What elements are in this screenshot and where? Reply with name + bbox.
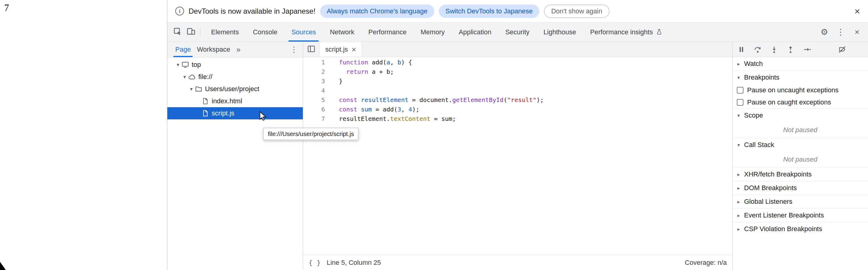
editor-tab-close-icon[interactable]: × (352, 46, 356, 54)
tree-item-index-html[interactable]: index.html (167, 95, 303, 107)
expander-right-icon: ▸ (736, 199, 742, 205)
gutter-line-number[interactable]: 1 (303, 58, 327, 67)
code-line: 6const sum = add(3, 4); (303, 105, 732, 114)
section-label: Global Listeners (744, 198, 793, 206)
code-line-text[interactable]: const resultElement = document.getElemen… (327, 95, 544, 105)
section-header-scope[interactable]: ▾Scope (733, 109, 868, 122)
tree-item-label: top (192, 61, 201, 69)
editor-tab-script-js[interactable]: script.js × (319, 42, 362, 57)
section-header-watch[interactable]: ▸Watch (733, 57, 868, 70)
gutter-line-number[interactable]: 3 (303, 77, 327, 86)
checkbox[interactable] (737, 99, 743, 106)
toggle-navigator-button[interactable] (303, 42, 319, 57)
tab-sources[interactable]: Sources (284, 23, 323, 41)
tab-label: Elements (211, 28, 239, 36)
section-header-call-stack[interactable]: ▾Call Stack (733, 138, 868, 152)
tab-label: Security (505, 28, 529, 36)
tab-elements[interactable]: Elements (204, 23, 246, 41)
section-watch: ▸Watch (733, 57, 868, 70)
tab-console[interactable]: Console (246, 23, 285, 41)
tree-item-label: Users/user/project (205, 85, 259, 93)
section-dom-breakpoints: ▸DOM Breakpoints (733, 181, 868, 195)
mouse-cursor (259, 111, 267, 121)
expander-down-icon[interactable]: ▾ (188, 86, 195, 92)
tab-network[interactable]: Network (323, 23, 362, 41)
more-tabs-button[interactable]: » (233, 45, 244, 54)
code-editor[interactable]: 1function add(a, b) {2 return a + b;3}45… (303, 57, 732, 255)
tab-performance-insights[interactable]: Performance insights (583, 23, 670, 41)
device-toolbar-button[interactable] (184, 26, 198, 39)
infobar-button-don-t-show-again[interactable]: Don't show again (544, 5, 610, 18)
section-header-xhr-fetch-breakpoints[interactable]: ▸XHR/fetch Breakpoints (733, 168, 868, 181)
inspect-element-button[interactable] (171, 26, 184, 39)
tree-item-label: script.js (212, 109, 235, 117)
gutter-line-number[interactable]: 7 (303, 114, 327, 124)
kebab-menu-button[interactable]: ⋮ (834, 26, 847, 39)
expander-down-icon: ▾ (736, 75, 742, 81)
gutter-line-number[interactable]: 5 (303, 95, 327, 105)
infobar-button-switch-devtools-to-japanese[interactable]: Switch DevTools to Japanese (439, 5, 539, 18)
section-label: Call Stack (744, 141, 774, 149)
code-line-text[interactable]: resultElement.textContent = sum; (327, 114, 456, 124)
code-line-text[interactable] (327, 86, 339, 95)
devtools-close-button[interactable]: × (850, 26, 864, 39)
section-label: Scope (744, 112, 763, 119)
gutter-line-number[interactable]: 6 (303, 105, 327, 114)
tab-security[interactable]: Security (498, 23, 536, 41)
tree-item-users-user-project[interactable]: ▾Users/user/project (167, 83, 303, 95)
expander-down-icon[interactable]: ▾ (181, 74, 188, 80)
sources-panel: PageWorkspace » ⋮ ▾top▾file://▾Users/use… (167, 42, 868, 270)
section-header-dom-breakpoints[interactable]: ▸DOM Breakpoints (733, 181, 868, 195)
info-icon: i (175, 7, 184, 16)
tab-application[interactable]: Application (452, 23, 498, 41)
coverage-text: Coverage: n/a (685, 259, 727, 267)
gutter-line-number[interactable]: 2 (303, 67, 327, 77)
tree-item-script-js[interactable]: script.js (167, 107, 303, 119)
step-out-icon[interactable] (786, 45, 795, 54)
section-label: Watch (744, 60, 763, 68)
navigator-tab-workspace[interactable]: Workspace (194, 42, 233, 57)
section-header-breakpoints[interactable]: ▾Breakpoints (733, 71, 868, 84)
step-icon[interactable] (802, 45, 811, 54)
step-into-icon[interactable] (770, 45, 779, 54)
tab-performance[interactable]: Performance (362, 23, 414, 41)
expander-right-icon: ▸ (736, 172, 742, 177)
settings-gear-button[interactable]: ⚙ (817, 26, 831, 39)
navigator-tab-page[interactable]: Page (172, 42, 194, 57)
navigator-menu-button[interactable]: ⋮ (289, 45, 299, 54)
code-line-text[interactable]: return a + b; (327, 67, 394, 77)
info-glyph: i (179, 8, 180, 14)
code-line: 7resultElement.textContent = sum; (303, 114, 732, 124)
section-header-event-listener-breakpoints[interactable]: ▸Event Listener Breakpoints (733, 209, 868, 222)
tree-item-label: file:// (198, 73, 212, 81)
infobar-close-button[interactable]: × (853, 6, 861, 16)
expander-right-icon: ▸ (736, 226, 742, 232)
code-line-text[interactable]: function add(a, b) { (327, 58, 412, 67)
deactivate-breakpoints-icon[interactable] (838, 45, 847, 54)
tab-lighthouse[interactable]: Lighthouse (536, 23, 583, 41)
navigator-tab-bar: PageWorkspace » ⋮ (167, 42, 303, 57)
checkbox[interactable] (737, 87, 743, 94)
page-content-text: 7 (4, 2, 9, 13)
tab-memory[interactable]: Memory (414, 23, 452, 41)
step-over-icon[interactable] (753, 45, 762, 54)
tree-item-file[interactable]: ▾file:// (167, 71, 303, 83)
section-header-csp-violation-breakpoints[interactable]: ▸CSP Violation Breakpoints (733, 222, 868, 236)
inspect-icon (173, 27, 182, 37)
gutter-line-number[interactable]: 4 (303, 86, 327, 95)
file-tree: ▾top▾file://▾Users/user/projectindex.htm… (167, 57, 303, 270)
breakpoint-option-pause-on-caught-exceptions[interactable]: Pause on caught exceptions (733, 96, 868, 109)
expander-right-icon: ▸ (736, 213, 742, 218)
code-line-text[interactable]: const sum = add(3, 4); (327, 105, 420, 114)
breakpoint-option-pause-on-uncaught-exceptions[interactable]: Pause on uncaught exceptions (733, 84, 868, 96)
section-call-stack: ▾Call StackNot paused (733, 138, 868, 167)
section-csp-violation-breakpoints: ▸CSP Violation Breakpoints (733, 222, 868, 236)
pretty-print-button[interactable]: { } (309, 259, 321, 266)
infobar-button-always-match-chrome-s-language[interactable]: Always match Chrome's language (320, 5, 434, 18)
tree-item-top[interactable]: ▾top (167, 59, 303, 71)
pause-icon[interactable] (737, 45, 746, 54)
section-header-global-listeners[interactable]: ▸Global Listeners (733, 195, 868, 208)
expander-down-icon[interactable]: ▾ (175, 62, 181, 68)
code-line-text[interactable]: } (327, 77, 343, 86)
editor-tab-bar: script.js × (303, 42, 732, 57)
